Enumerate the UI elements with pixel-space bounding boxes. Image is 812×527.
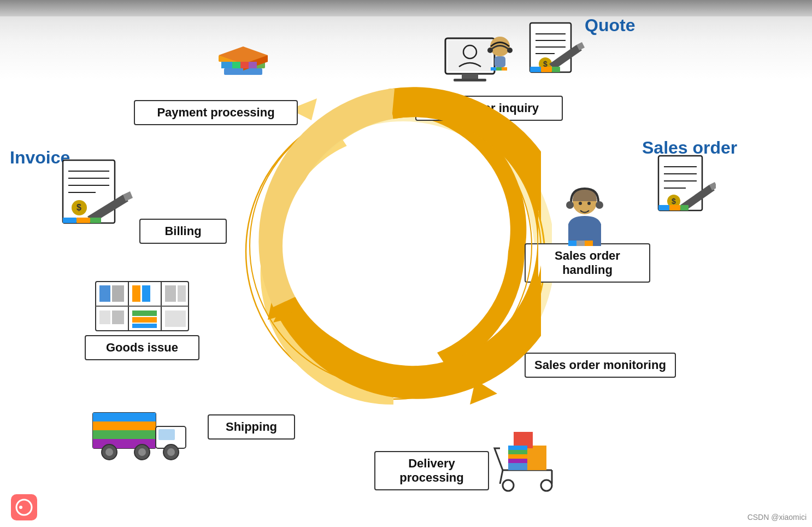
- svg-point-82: [105, 448, 113, 456]
- payment-processing-icon: [213, 30, 273, 96]
- delivery-processing-label: Deliveryprocessing: [374, 451, 489, 490]
- svg-rect-43: [552, 67, 560, 72]
- delivery-processing-icon: [492, 415, 563, 492]
- goods-issue-label: Goods issue: [85, 335, 199, 360]
- svg-rect-80: [158, 429, 175, 440]
- svg-point-66: [541, 480, 552, 491]
- svg-point-12: [283, 138, 499, 354]
- svg-rect-100: [165, 285, 176, 302]
- svg-point-45: [566, 201, 574, 209]
- svg-rect-59: [658, 205, 669, 210]
- svg-point-113: [16, 500, 32, 515]
- billing-label: Billing: [139, 219, 227, 244]
- svg-point-84: [138, 448, 146, 456]
- svg-rect-97: [132, 311, 157, 316]
- svg-rect-41: [530, 67, 541, 72]
- svg-text:$: $: [77, 203, 81, 212]
- svg-rect-51: [585, 241, 593, 246]
- svg-rect-76: [93, 421, 156, 430]
- svg-rect-33: [502, 67, 507, 71]
- svg-text:$: $: [672, 197, 676, 206]
- svg-rect-112: [90, 218, 101, 223]
- shipping-icon: [90, 399, 189, 465]
- sales-order-monitoring-label: Sales order monitoring: [525, 353, 676, 378]
- svg-point-114: [19, 506, 22, 509]
- svg-rect-70: [508, 446, 527, 450]
- svg-rect-49: [568, 241, 576, 246]
- svg-rect-96: [142, 285, 150, 302]
- svg-rect-31: [491, 67, 496, 71]
- svg-rect-32: [496, 67, 502, 71]
- svg-rect-42: [541, 67, 552, 72]
- quote-title: Quote: [585, 15, 635, 36]
- svg-point-65: [503, 480, 514, 491]
- customer-inquiry-icon: [443, 22, 519, 93]
- svg-rect-98: [132, 317, 157, 323]
- svg-rect-21: [249, 62, 257, 68]
- svg-rect-71: [508, 450, 527, 454]
- quote-icon: $: [525, 17, 585, 83]
- svg-point-86: [167, 448, 175, 456]
- svg-rect-95: [132, 285, 140, 302]
- svg-point-48: [587, 202, 591, 205]
- svg-rect-101: [178, 285, 186, 302]
- svg-rect-50: [576, 241, 585, 246]
- svg-line-63: [500, 470, 503, 484]
- svg-rect-25: [454, 79, 486, 81]
- svg-rect-61: [680, 205, 689, 210]
- svg-rect-94: [112, 311, 124, 324]
- invoice-icon: $: [57, 157, 137, 245]
- sales-order-handling-icon: [552, 180, 617, 251]
- svg-point-47: [579, 202, 582, 205]
- svg-rect-91: [99, 285, 110, 302]
- sales-order-icon: $: [656, 153, 716, 224]
- svg-rect-111: [77, 218, 90, 223]
- svg-rect-68: [527, 446, 546, 470]
- svg-rect-30: [495, 56, 505, 67]
- svg-rect-92: [112, 285, 124, 302]
- svg-rect-18: [221, 62, 232, 68]
- svg-rect-20: [240, 62, 249, 68]
- app-logo[interactable]: [11, 494, 37, 520]
- svg-rect-110: [63, 218, 77, 223]
- svg-rect-102: [165, 311, 186, 327]
- svg-rect-24: [462, 74, 478, 79]
- svg-rect-19: [232, 62, 240, 68]
- watermark: CSDN @xiaomici: [748, 513, 807, 522]
- svg-rect-72: [508, 454, 527, 459]
- goods-issue-icon: [93, 279, 191, 333]
- svg-rect-73: [508, 459, 527, 463]
- svg-rect-93: [99, 311, 110, 324]
- svg-rect-99: [132, 324, 157, 328]
- svg-point-46: [596, 201, 603, 209]
- svg-rect-75: [93, 413, 156, 421]
- svg-rect-60: [669, 205, 680, 210]
- svg-rect-77: [93, 430, 156, 439]
